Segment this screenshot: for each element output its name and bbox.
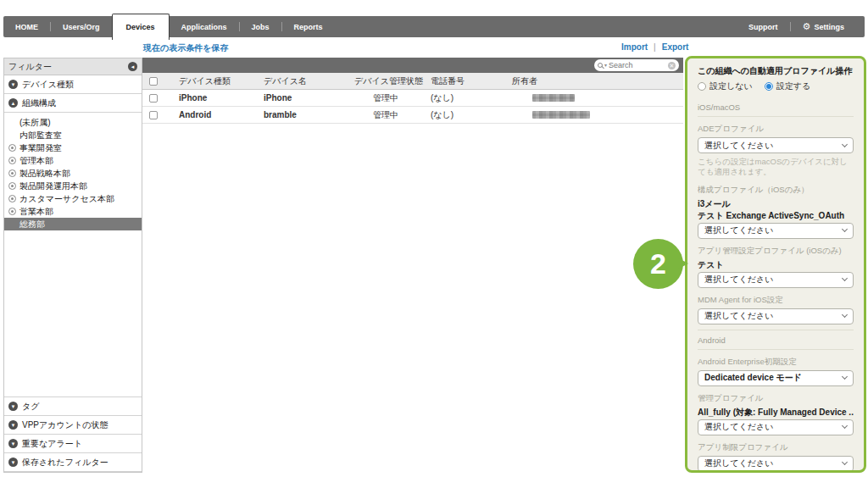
sidebar-item-org-structure[interactable]: ▴ 組織構成 (4, 94, 142, 113)
cell-phone: (なし) (424, 109, 505, 121)
sidebar-item-saved-filters[interactable]: ▾ 保存されたフィルター (4, 453, 142, 472)
cell-device-type: Android (172, 110, 257, 119)
tree-item-label: カスタマーサクセス本部 (19, 193, 114, 205)
tree-item-label: 事業開発室 (19, 142, 62, 154)
cell-mgmt-status: 管理中 (348, 92, 424, 104)
tree-item-product-strategy[interactable]: 製品戦略本部 (4, 167, 142, 180)
table-row[interactable]: iPhone iPhone 管理中 (なし) (142, 90, 683, 107)
collapse-sidebar-icon[interactable]: ◂ (128, 62, 137, 71)
group-label-ios-macos: iOS/macOS (698, 99, 854, 117)
radio-set[interactable]: 設定する (765, 80, 810, 92)
expand-toggle-icon[interactable] (8, 157, 16, 164)
settings-link[interactable]: ⚙ Settings (791, 22, 856, 31)
col-device-type: デバイス種類 (172, 75, 257, 87)
import-link[interactable]: Import (621, 42, 648, 52)
ade-profile-select[interactable]: 選択してください (698, 137, 854, 153)
tab-home[interactable]: HOME (3, 16, 50, 37)
row-checkbox[interactable] (149, 111, 158, 119)
tab-jobs[interactable]: Jobs (240, 16, 281, 37)
tree-item-sales-hq[interactable]: 営業本部 (4, 205, 142, 218)
expand-toggle-icon[interactable] (8, 182, 16, 190)
chevron-up-icon: ▴ (8, 98, 18, 108)
mgmt-profile-item: All_fully (対象: Fully Managed Device ... (698, 407, 854, 418)
apply-setting-radio-group: 設定しない 設定する (698, 80, 854, 92)
mgmt-profile-label: 管理プロファイル (698, 393, 854, 404)
section-label: 組織構成 (22, 97, 56, 109)
cell-device-name[interactable]: bramble (257, 110, 348, 119)
config-profile-item: テスト Exchange ActiveSync_OAuth (698, 210, 854, 221)
nav-right-group: Support ⚙ Settings (737, 16, 865, 37)
tree-item-label: 製品開発運用本部 (19, 180, 87, 192)
app-mgmt-profile-item: テスト (698, 259, 854, 270)
import-export-links: Import | Export (621, 42, 688, 52)
radio-do-not-set[interactable]: 設定しない (698, 80, 753, 92)
tab-reports[interactable]: Reports (282, 16, 335, 37)
chevron-down-icon: ▾ (8, 420, 18, 430)
cell-device-type: iPhone (172, 93, 257, 103)
col-phone: 電話番号 (424, 75, 505, 87)
col-mgmt-status: デバイス管理状態 (348, 75, 424, 87)
radio-circle-icon (765, 82, 773, 91)
expand-toggle-icon[interactable] (8, 144, 16, 152)
section-label: VPPアカウントの状態 (22, 419, 108, 431)
sidebar-item-device-type[interactable]: ▾ デバイス種類 (4, 75, 142, 94)
app-restrict-profile-select[interactable]: 選択してください (698, 456, 854, 472)
search-scope-caret-icon[interactable]: ▾ (604, 63, 607, 68)
select-value: 選択してください (704, 225, 773, 236)
chevron-down-icon (842, 423, 848, 429)
section-label: デバイス種類 (22, 79, 74, 91)
step-2-callout-badge: 2 (633, 239, 683, 289)
expand-toggle-icon[interactable] (8, 169, 16, 177)
expand-toggle-icon[interactable] (8, 195, 16, 202)
radio-circle-icon (698, 82, 706, 91)
tree-item-admin-hq[interactable]: 管理本部 (4, 154, 142, 167)
org-tree: (未所属) 内部監査室 事業開発室 管理本部 製品戦略本部 製品開発運用本部 カ… (4, 113, 142, 397)
sidebar-item-important-alerts[interactable]: ▾ 重要なアラート (4, 435, 142, 453)
select-value: Dedicated device モード (704, 372, 802, 384)
table-row[interactable]: Android bramble 管理中 (なし) (142, 107, 683, 124)
tree-item-general-affairs-selected[interactable]: 総務部 (4, 218, 142, 230)
chevron-down-icon: ▾ (8, 80, 18, 89)
tree-item-label: 製品戦略本部 (19, 168, 70, 180)
row-checkbox[interactable] (149, 94, 158, 103)
tab-users-org[interactable]: Users/Org (51, 16, 112, 37)
app-mgmt-profile-select[interactable]: 選択してください (698, 272, 854, 288)
select-all-checkbox[interactable] (149, 77, 158, 86)
select-value: 選択してください (704, 310, 773, 322)
section-label: 保存されたフィルター (22, 457, 108, 469)
mdm-agent-select[interactable]: 選択してください (698, 308, 854, 324)
chevron-down-icon: ▾ (8, 439, 18, 448)
tree-item-internal-audit[interactable]: 内部監査室 (4, 129, 142, 141)
search-input-wrap[interactable]: ▾ ✕ (594, 59, 679, 71)
table-header-row: デバイス種類 デバイス名 デバイス管理状態 電話番号 所有者 (142, 73, 683, 90)
gear-icon: ⚙ (803, 22, 811, 31)
clear-search-icon[interactable]: ✕ (668, 62, 676, 69)
col-owner: 所有者 (505, 75, 683, 87)
save-current-view-link[interactable]: 現在の表示条件を保存 (143, 42, 228, 54)
mdm-agent-label: MDM Agent for iOS設定 (698, 295, 854, 306)
config-profile-select[interactable]: 選択してください (698, 223, 854, 239)
support-link[interactable]: Support (737, 23, 790, 31)
android-enterprise-init-select[interactable]: Dedicated device モード (698, 370, 854, 386)
tree-item-customer-success[interactable]: カスタマーサクセス本部 (4, 192, 142, 205)
ade-profile-helper: こちらの設定はmacOSのデバイスに対しても適用されます。 (698, 157, 854, 178)
tree-item-business-dev[interactable]: 事業開発室 (4, 141, 142, 154)
radio-label: 設定する (776, 80, 810, 92)
search-input[interactable] (609, 61, 666, 69)
mgmt-profile-select[interactable]: 選択してください (698, 419, 854, 435)
col-device-name: デバイス名 (257, 75, 348, 87)
tab-applications[interactable]: Applications (170, 16, 239, 37)
sidebar-item-vpp-account-status[interactable]: ▾ VPPアカウントの状態 (4, 416, 142, 435)
chevron-down-icon: ▾ (8, 458, 18, 467)
cell-phone: (なし) (424, 92, 505, 104)
sidebar-item-tags[interactable]: ▾ タグ (4, 397, 142, 416)
expand-toggle-icon[interactable] (8, 208, 16, 215)
table-toolbar: ▾ ✕ (142, 58, 683, 73)
owner-redacted-blur (532, 94, 575, 102)
cell-device-name[interactable]: iPhone (257, 93, 348, 103)
tab-devices[interactable]: Devices (112, 14, 170, 40)
tree-item-unassigned[interactable]: (未所属) (4, 116, 142, 129)
export-link[interactable]: Export (662, 42, 689, 52)
settings-label: Settings (814, 23, 844, 31)
tree-item-product-devops[interactable]: 製品開発運用本部 (4, 180, 142, 192)
